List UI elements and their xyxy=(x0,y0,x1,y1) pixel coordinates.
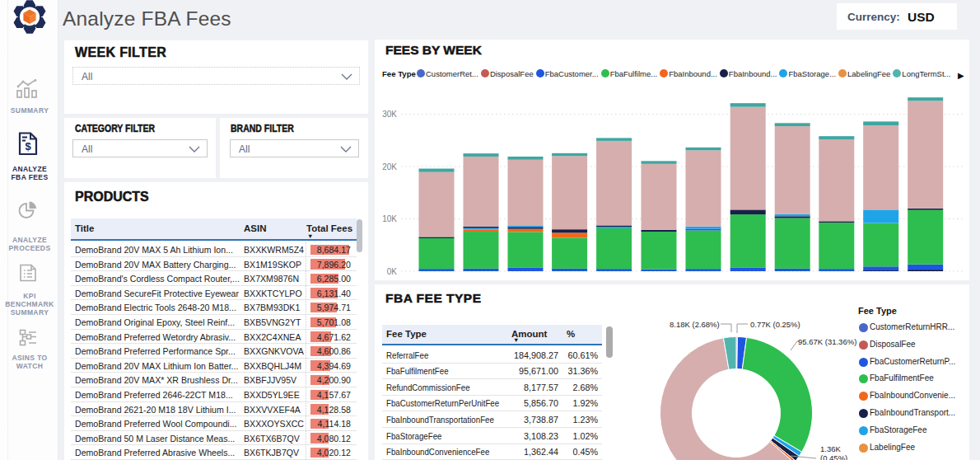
svg-text:$: $ xyxy=(25,140,31,153)
